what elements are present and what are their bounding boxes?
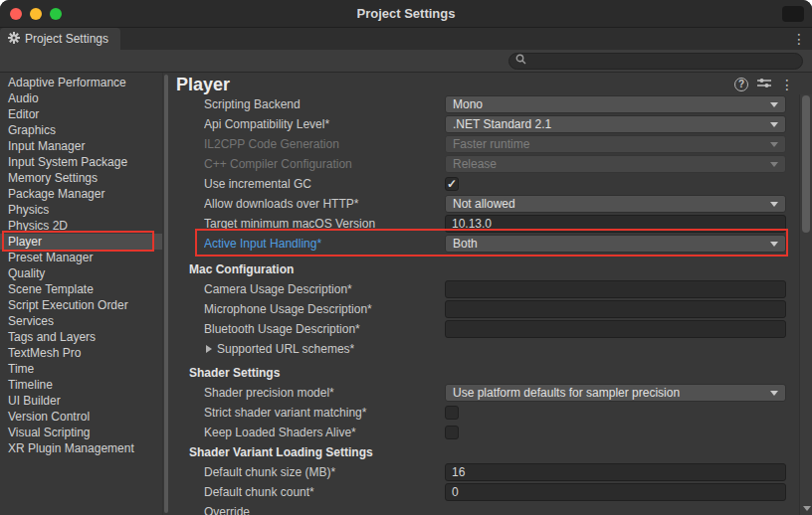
cpp-compiler-dropdown: Release	[445, 155, 786, 173]
scripting-backend-dropdown[interactable]: Mono	[445, 95, 786, 113]
setting-label: C++ Compiler Configuration	[204, 157, 445, 171]
active-input-handling-dropdown[interactable]: Both	[445, 235, 786, 253]
chevron-down-icon	[770, 202, 778, 207]
sidebar-item-ui-builder[interactable]: UI Builder	[0, 393, 162, 409]
camera-usage-field[interactable]	[445, 280, 786, 298]
panel-header: Player ? ⋮	[169, 73, 812, 94]
sidebar-scrollbar[interactable]	[162, 73, 169, 515]
chevron-down-icon	[770, 391, 778, 396]
sidebar-item-physics-2d[interactable]: Physics 2D	[0, 218, 162, 234]
setting-row-bluetooth-usage: Bluetooth Usage Description*	[169, 319, 812, 339]
setting-label: Target minimum macOS Version	[204, 217, 445, 231]
project-settings-window: Project Settings Project Settings ⋮	[0, 0, 812, 515]
http-downloads-dropdown[interactable]: Not allowed	[445, 195, 786, 213]
dropdown-value: Mono	[453, 97, 764, 111]
section-heading-shader-settings: Shader Settings	[169, 363, 812, 383]
presets-icon[interactable]	[757, 78, 771, 91]
microphone-usage-field[interactable]	[445, 300, 786, 318]
tab-bar: Project Settings ⋮	[0, 28, 812, 50]
sidebar-item-visual-scripting[interactable]: Visual Scripting	[0, 425, 162, 440]
dropdown-value: Use platform defaults for sampler precis…	[453, 386, 764, 400]
sidebar-item-script-execution-order[interactable]: Script Execution Order	[0, 297, 162, 313]
chevron-down-icon	[770, 162, 778, 167]
gear-icon	[8, 32, 20, 47]
setting-label: Default chunk count*	[204, 485, 445, 499]
setting-row-incremental-gc: Use incremental GC	[169, 174, 812, 194]
setting-label: Keep Loaded Shaders Alive*	[204, 426, 445, 439]
setting-label: Allow downloads over HTTP*	[204, 197, 445, 211]
setting-row-http-downloads: Allow downloads over HTTP* Not allowed	[169, 194, 812, 214]
supported-url-schemes-foldout[interactable]: Supported URL schemes*	[217, 342, 354, 356]
sidebar-item-input-manager[interactable]: Input Manager	[0, 138, 162, 154]
content-area: Adaptive Performance Audio Editor Graphi…	[0, 73, 812, 515]
api-compatibility-dropdown[interactable]: .NET Standard 2.1	[445, 115, 786, 133]
help-icon[interactable]: ?	[734, 78, 748, 91]
setting-row-camera-usage: Camera Usage Description*	[169, 279, 812, 299]
main-scrollbar-thumb[interactable]	[802, 95, 810, 233]
min-macos-version-field[interactable]	[445, 215, 786, 233]
setting-row-shader-precision: Shader precision model* Use platform def…	[169, 383, 812, 403]
sidebar-item-audio[interactable]: Audio	[0, 90, 162, 106]
setting-row-strict-shader-variant: Strict shader variant matching*	[169, 403, 812, 423]
bluetooth-usage-field[interactable]	[445, 320, 786, 338]
strict-shader-variant-checkbox[interactable]	[445, 406, 459, 420]
setting-row-microphone-usage: Microphone Usage Description*	[169, 299, 812, 319]
sidebar-item-input-system-package[interactable]: Input System Package	[0, 154, 162, 170]
sidebar-item-physics[interactable]: Physics	[0, 202, 162, 218]
setting-label: Shader precision model*	[204, 386, 445, 400]
tab-label: Project Settings	[25, 32, 108, 46]
setting-row-active-input-handling: Active Input Handling* Both	[169, 234, 812, 254]
sidebar-item-time[interactable]: Time	[0, 361, 162, 377]
dropdown-value: Both	[453, 237, 764, 251]
sidebar-item-player[interactable]: Player	[0, 234, 162, 250]
sidebar-item-editor[interactable]: Editor	[0, 106, 162, 122]
default-chunk-size-field[interactable]	[445, 463, 786, 481]
dropdown-value: Release	[453, 157, 764, 171]
incremental-gc-checkbox[interactable]	[445, 177, 459, 191]
shader-precision-dropdown[interactable]: Use platform defaults for sampler precis…	[445, 384, 786, 402]
sidebar-item-package-manager[interactable]: Package Manager	[0, 186, 162, 202]
search-icon	[515, 54, 526, 68]
sidebar-scrollbar-thumb[interactable]	[164, 75, 168, 513]
sidebar-item-textmesh-pro[interactable]: TextMesh Pro	[0, 345, 162, 361]
sidebar-item-services[interactable]: Services	[0, 313, 162, 329]
sidebar-item-tags-and-layers[interactable]: Tags and Layers	[0, 329, 162, 345]
setting-row-scripting-backend: Scripting Backend Mono	[169, 94, 812, 114]
scrollbar-down-arrow-icon[interactable]	[803, 506, 811, 511]
setting-label: Api Compatibility Level*	[204, 117, 445, 131]
setting-row-default-chunk-size: Default chunk size (MB)*	[169, 462, 812, 482]
sidebar-item-adaptive-performance[interactable]: Adaptive Performance	[0, 75, 162, 90]
setting-row-default-chunk-count: Default chunk count*	[169, 482, 812, 502]
tabbar-menu-icon[interactable]: ⋮	[792, 30, 806, 48]
sidebar-item-preset-manager[interactable]: Preset Manager	[0, 250, 162, 265]
sidebar-item-scene-template[interactable]: Scene Template	[0, 281, 162, 297]
search-field[interactable]	[508, 53, 803, 70]
sidebar-item-version-control[interactable]: Version Control	[0, 409, 162, 425]
setting-label: Default chunk size (MB)*	[204, 465, 445, 479]
setting-row-cpp-compiler: C++ Compiler Configuration Release	[169, 154, 812, 174]
sidebar-item-timeline[interactable]: Timeline	[0, 377, 162, 393]
main-scrollbar[interactable]	[799, 94, 812, 515]
titlebar-widget[interactable]	[782, 6, 804, 22]
sidebar-item-memory-settings[interactable]: Memory Settings	[0, 170, 162, 186]
chevron-down-icon	[770, 122, 778, 127]
foldout-collapsed-icon[interactable]	[206, 345, 212, 353]
setting-label: Scripting Backend	[204, 97, 445, 111]
panel-menu-icon[interactable]: ⋮	[780, 78, 794, 91]
page-title: Player	[176, 75, 734, 95]
search-input[interactable]	[530, 54, 796, 68]
setting-row-override: Override	[169, 502, 812, 515]
keep-shaders-alive-checkbox[interactable]	[445, 426, 459, 439]
player-settings-panel: Player ? ⋮ Scriptin	[169, 73, 812, 515]
sidebar-item-xr-plugin-management[interactable]: XR Plugin Management	[0, 440, 162, 456]
window-title: Project Settings	[0, 0, 812, 28]
default-chunk-count-field[interactable]	[445, 483, 786, 501]
sidebar-item-graphics[interactable]: Graphics	[0, 122, 162, 138]
setting-label: Use incremental GC	[204, 177, 445, 191]
toolbar	[0, 50, 812, 73]
tab-project-settings[interactable]: Project Settings	[0, 28, 120, 50]
il2cpp-codegen-dropdown: Faster runtime	[445, 135, 786, 153]
sidebar-item-quality[interactable]: Quality	[0, 265, 162, 281]
section-heading-mac-configuration: Mac Configuration	[169, 259, 812, 279]
setting-label: Camera Usage Description*	[204, 282, 445, 296]
